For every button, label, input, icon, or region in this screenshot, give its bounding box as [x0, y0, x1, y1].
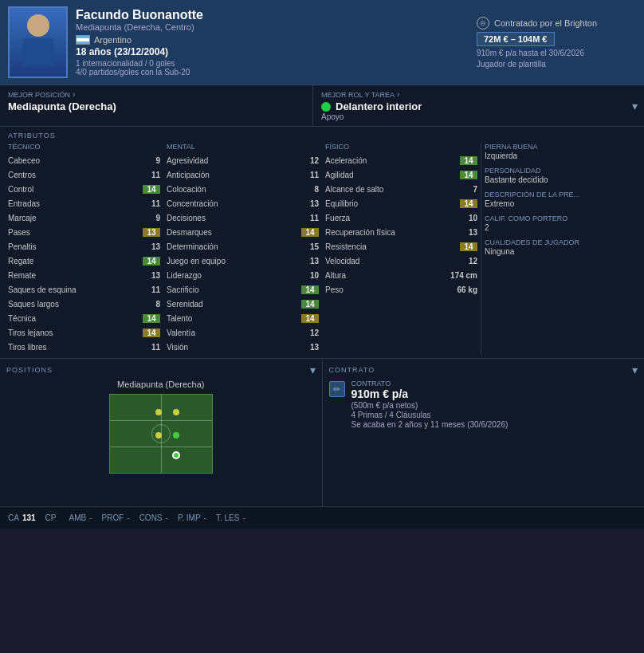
collapse-arrow[interactable]: ▾ — [626, 95, 644, 117]
player-youth: 4/0 partidos/goles con la Sub-20 — [76, 68, 469, 77]
attr-name: Pases — [8, 228, 143, 237]
attr-row: Juego en equipo13 — [167, 254, 319, 267]
attr-value: 14 — [143, 257, 160, 266]
attr-row: Colocación8 — [167, 183, 319, 195]
goalkeeper-label: CALIF. COMO PORTERO — [485, 214, 636, 222]
tles-label: T. LES — [216, 513, 239, 522]
attr-row: Cabeceo9 — [8, 154, 160, 167]
prof-dash: - — [127, 513, 129, 522]
personality-section: PERSONALIDAD Bastante decidido — [485, 167, 636, 184]
contract-expires: Se acaba en 2 años y 11 meses (30/6/2026… — [351, 420, 509, 429]
personality-value: Bastante decidido — [485, 175, 636, 184]
position-dot-1 — [155, 409, 162, 415]
attr-name: Serenidad — [167, 300, 301, 309]
goalkeeper-value: 2 — [485, 223, 636, 232]
role-name: Delantero interior — [336, 100, 422, 112]
description-value: Extremo — [485, 199, 636, 208]
attr-name: Anticipación — [167, 171, 303, 179]
attr-row: Entradas11 — [8, 197, 160, 210]
status-cp: CP — [45, 513, 60, 522]
attr-row: Determinación15 — [167, 240, 319, 253]
contract-type: Jugador de plantilla — [477, 60, 546, 69]
attr-row: Talento14 — [167, 312, 319, 325]
contract-value: 72M € – 104M € — [477, 32, 555, 46]
attr-name: Tiros libres — [8, 343, 144, 352]
attr-value: 9 — [144, 156, 160, 165]
attr-value: 12 — [303, 328, 319, 337]
attr-name: Agilidad — [325, 171, 460, 179]
attr-name: Determinación — [167, 242, 303, 251]
physical-title: FÍSICO — [325, 143, 477, 151]
contract-club-row: ⊖ Contratado por el Brighton — [477, 17, 597, 30]
amb-dash: - — [89, 513, 92, 522]
attr-name: Agresividad — [167, 156, 303, 165]
positions-panel-arrow[interactable]: ▾ — [310, 364, 316, 376]
position-block[interactable]: MEJOR POSICIÓN Mediapunta (Derecha) — [0, 85, 313, 126]
attr-name: Concentración — [167, 199, 303, 208]
foot-value: Izquierda — [485, 151, 636, 160]
player-name: Facundo Buonanotte — [76, 8, 469, 22]
attr-row: Pases13 — [8, 226, 160, 238]
attr-row: Marcaje9 — [8, 211, 160, 224]
goalkeeper-section: CALIF. COMO PORTERO 2 — [485, 214, 636, 232]
attr-name: Colocación — [167, 185, 303, 194]
attr-row: Remate13 — [8, 269, 160, 281]
qualities-value: Ninguna — [485, 247, 636, 256]
attr-value: 11 — [303, 171, 319, 179]
attr-name: Decisiones — [167, 214, 303, 222]
attr-value: 10 — [303, 271, 319, 280]
tles-dash: - — [242, 513, 245, 522]
attr-value: 14 — [143, 328, 160, 337]
attr-name: Cabeceo — [8, 156, 144, 165]
amb-label: AMB — [69, 513, 87, 522]
attr-row: Liderazgo10 — [167, 269, 319, 281]
player-header: Facundo Buonanotte Mediapunta (Derecha, … — [0, 0, 644, 85]
ca-value: 131 — [22, 513, 36, 522]
attr-value: 13 — [303, 199, 319, 208]
attr-row: Alcance de salto7 — [325, 183, 477, 195]
player-position-detail: Mediapunta (Derecha, Centro) — [76, 22, 469, 32]
attr-name: Saques largos — [8, 300, 144, 309]
positions-title: Mediapunta (Derecha) — [6, 380, 316, 389]
attr-value: 13 — [144, 271, 160, 280]
attr-name: Resistencia — [325, 242, 460, 251]
attr-name: Peso — [325, 285, 457, 294]
contract-panel-arrow[interactable]: ▾ — [632, 364, 638, 376]
attr-row: Desmarques14 — [167, 226, 319, 238]
attributes-section: ATRIBUTOS TÉCNICO Cabeceo9Centros11Contr… — [0, 127, 644, 359]
attr-value: 174 cm — [450, 271, 477, 280]
attr-row: Centros11 — [8, 168, 160, 181]
attr-value: 14 — [460, 171, 477, 179]
attr-name: Marcaje — [8, 214, 144, 222]
contract-salary: 910m € p/a hasta el 30/6/2026 — [477, 49, 584, 57]
attr-value: 13 — [461, 228, 477, 237]
cp-label: CP — [45, 513, 57, 522]
attr-value: 11 — [144, 285, 160, 294]
player-photo — [8, 6, 68, 78]
role-row: Delantero interior — [321, 100, 618, 112]
attr-value: 8 — [144, 300, 160, 309]
attr-row: Agresividad12 — [167, 154, 319, 167]
role-block[interactable]: MEJOR ROL Y TAREA Delantero interior Apo… — [313, 85, 626, 126]
player-info: Facundo Buonanotte Mediapunta (Derecha, … — [76, 8, 469, 77]
position-role-section: MEJOR POSICIÓN Mediapunta (Derecha) MEJO… — [0, 85, 644, 127]
attr-name: Aceleración — [325, 156, 460, 165]
contract-panel: CONTRATO ▾ ✏ CONTRATO 910m € p/a (500m €… — [323, 359, 645, 506]
attr-row: Técnica14 — [8, 312, 160, 325]
qualities-label: CUALIDADES DE JUGADOR — [485, 238, 636, 246]
contract-edit-icon[interactable]: ✏ — [329, 381, 345, 397]
attr-value: 11 — [144, 171, 160, 179]
attr-name: Control — [8, 185, 143, 194]
status-ca: CA 131 — [8, 513, 36, 522]
attr-value: 11 — [303, 214, 319, 222]
attr-name: Tiros lejanos — [8, 328, 143, 337]
attr-row: Altura174 cm — [325, 269, 477, 281]
position-dot-2 — [173, 409, 179, 415]
personality-label: PERSONALIDAD — [485, 167, 636, 175]
attributes-grid: TÉCNICO Cabeceo9Centros11Control14Entrad… — [0, 143, 644, 355]
best-position-label: MEJOR POSICIÓN — [8, 90, 304, 99]
attr-value: 66 kg — [457, 285, 477, 294]
attr-row: Sacrificio14 — [167, 283, 319, 296]
attr-name: Centros — [8, 171, 144, 179]
status-bar: CA 131 CP AMB - PROF - CONS - P. IMP - T… — [0, 506, 644, 529]
